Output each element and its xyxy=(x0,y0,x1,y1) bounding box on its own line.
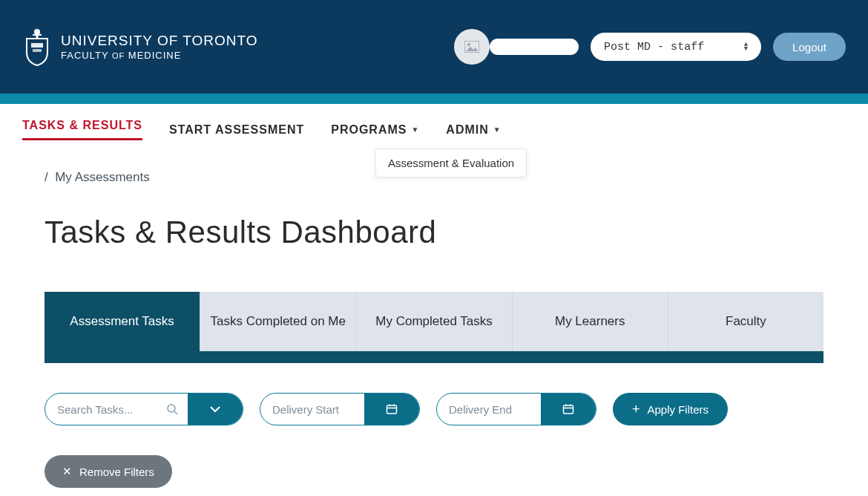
breadcrumb-current[interactable]: My Assessments xyxy=(55,170,150,184)
tab-label: My Learners xyxy=(555,314,625,329)
chevron-down-icon: ▼ xyxy=(411,125,419,134)
search-dropdown-button[interactable] xyxy=(188,394,243,425)
nav-start-assessment[interactable]: START ASSESSMENT xyxy=(169,119,304,140)
admin-dropdown-item[interactable]: Assessment & Evaluation xyxy=(375,149,527,177)
svg-point-6 xyxy=(467,43,470,46)
logout-button[interactable]: Logout xyxy=(773,33,846,61)
content-area: / My Assessments Tasks & Results Dashboa… xyxy=(0,148,868,496)
calendar-icon xyxy=(562,403,574,415)
user-avatar[interactable] xyxy=(454,29,490,65)
header-right: Post MD - staff ▲▼ Logout xyxy=(464,29,846,65)
dropdown-item-label: Assessment & Evaluation xyxy=(388,157,514,169)
tab-assessment-tasks[interactable]: Assessment Tasks xyxy=(45,292,200,351)
delivery-end-pill xyxy=(436,393,596,425)
tab-faculty[interactable]: Faculty xyxy=(668,292,823,351)
nav-tasks-results[interactable]: TASKS & RESULTS xyxy=(22,119,142,140)
filters-row: + Apply Filters xyxy=(45,393,823,425)
svg-rect-3 xyxy=(31,43,43,48)
main-nav: TASKS & RESULTS START ASSESSMENT PROGRAM… xyxy=(0,104,868,148)
tab-my-learners[interactable]: My Learners xyxy=(513,292,668,351)
breadcrumb-sep: / xyxy=(45,170,48,184)
delivery-end-group xyxy=(436,393,596,425)
calendar-icon xyxy=(386,403,398,415)
tab-label: My Completed Tasks xyxy=(375,314,492,329)
image-placeholder-icon xyxy=(464,41,479,53)
search-input[interactable] xyxy=(45,394,157,425)
delivery-start-calendar-button[interactable] xyxy=(364,394,419,425)
svg-rect-13 xyxy=(564,405,573,414)
tab-underline xyxy=(45,351,823,363)
remove-label: Remove Filters xyxy=(79,466,154,478)
tabs-row: Assessment Tasks Tasks Completed on Me M… xyxy=(45,292,823,351)
delivery-end-calendar-button[interactable] xyxy=(541,394,596,425)
remove-row: ✕ Remove Filters xyxy=(45,455,823,488)
svg-line-8 xyxy=(174,411,177,414)
delivery-start-pill xyxy=(260,393,420,425)
logo-line1: UNIVERSITY OF TORONTO xyxy=(61,33,258,50)
delivery-start-input[interactable] xyxy=(260,394,364,425)
svg-rect-4 xyxy=(33,49,42,52)
search-icon xyxy=(157,403,188,415)
chevron-down-icon: ▼ xyxy=(493,125,502,134)
logo-line2: FACULTY OF MEDICINE xyxy=(61,50,258,62)
apply-label: Apply Filters xyxy=(648,403,709,416)
university-crest-icon xyxy=(22,27,52,67)
updown-icon: ▲▼ xyxy=(744,42,748,51)
nav-label: PROGRAMS xyxy=(331,123,407,137)
delivery-start-group xyxy=(260,393,420,425)
accent-strip xyxy=(0,94,868,104)
page-title: Tasks & Results Dashboard xyxy=(45,215,823,250)
nav-programs[interactable]: PROGRAMS ▼ xyxy=(331,119,419,140)
svg-rect-2 xyxy=(33,34,42,36)
plus-icon: + xyxy=(632,402,640,417)
svg-point-7 xyxy=(168,405,175,412)
user-name-chip[interactable] xyxy=(490,39,579,55)
tab-label: Tasks Completed on Me xyxy=(211,314,346,329)
remove-filters-button[interactable]: ✕ Remove Filters xyxy=(45,455,172,488)
chevron-down-icon xyxy=(209,405,221,413)
role-select[interactable]: Post MD - staff ▲▼ xyxy=(591,33,761,61)
logo-block: UNIVERSITY OF TORONTO FACULTY OF MEDICIN… xyxy=(22,27,258,67)
app-header: UNIVERSITY OF TORONTO FACULTY OF MEDICIN… xyxy=(0,0,868,94)
nav-label: ADMIN xyxy=(446,123,488,137)
nav-label: START ASSESSMENT xyxy=(169,123,304,137)
nav-label: TASKS & RESULTS xyxy=(22,119,142,132)
tab-label: Assessment Tasks xyxy=(70,314,174,329)
nav-admin[interactable]: ADMIN ▼ xyxy=(446,119,501,140)
logout-label: Logout xyxy=(792,41,826,53)
tab-tasks-completed-on-me[interactable]: Tasks Completed on Me xyxy=(200,292,356,351)
close-icon: ✕ xyxy=(62,465,72,478)
search-pill xyxy=(45,393,243,425)
tab-label: Faculty xyxy=(726,314,766,329)
delivery-end-input[interactable] xyxy=(437,394,541,425)
role-select-value: Post MD - staff xyxy=(604,41,704,53)
search-group xyxy=(45,393,243,425)
logo-text: UNIVERSITY OF TORONTO FACULTY OF MEDICIN… xyxy=(61,33,258,61)
svg-rect-9 xyxy=(387,405,397,414)
apply-filters-button[interactable]: + Apply Filters xyxy=(613,393,728,425)
tab-my-completed-tasks[interactable]: My Completed Tasks xyxy=(356,292,512,351)
